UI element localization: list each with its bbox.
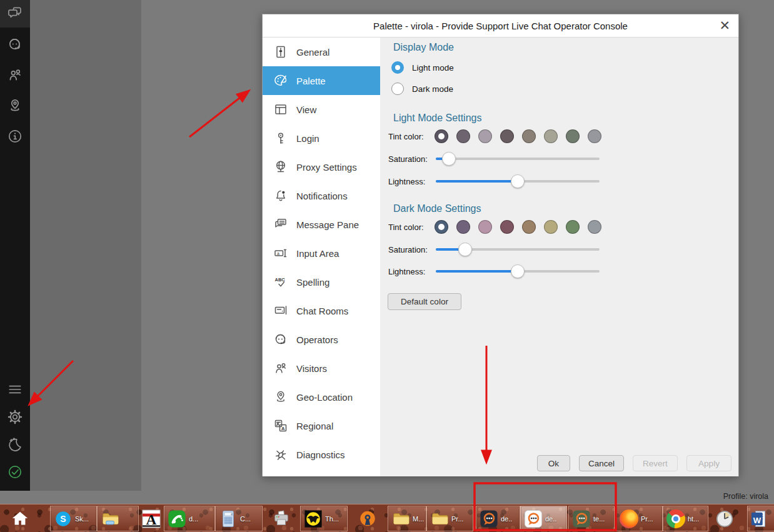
tint-swatch[interactable] [500,129,514,143]
nav-item-regional[interactable]: ARegional [263,411,380,440]
dialog-title: Palette - virola - Provide Support Live … [373,21,628,31]
chrome-icon [666,509,685,528]
taskbar-item-virola-dark[interactable]: de.. [476,506,520,531]
word-icon: W [751,509,770,528]
taskbar-item-virola-white[interactable]: de.. [520,506,567,531]
taskbar-item-explorer[interactable] [97,506,139,531]
tint-swatch[interactable] [566,220,580,234]
dark-tint-label: Tint color: [388,223,424,232]
nav-item-message-pane[interactable]: Message Pane [263,210,380,239]
firefox-icon [620,509,638,528]
ok-button[interactable]: Ok [537,455,570,471]
svg-text:W: W [753,515,761,524]
tint-swatch[interactable] [456,129,470,143]
apply-button: Apply [686,455,731,471]
nav-item-geo-location[interactable]: Geo-Location [263,383,380,411]
nav-item-label: Diagnostics [296,449,345,460]
nav-item-chat-rooms[interactable]: Chat Rooms [263,296,380,325]
taskbar-item-label: Pr... [451,515,464,523]
tint-swatch[interactable] [522,129,536,143]
svg-text:a: a [277,251,279,256]
taskbar-item-home[interactable] [4,506,36,531]
tint-swatch[interactable] [566,129,580,143]
tint-swatch[interactable] [544,220,558,234]
nav-item-login[interactable]: Login [263,124,380,153]
light-mode-radio-row[interactable]: Light mode [391,61,454,74]
operator-icon[interactable] [0,31,30,58]
nav-item-label: Regional [296,421,333,431]
nav-item-view[interactable]: View [263,95,380,124]
taskbar-item-chrome[interactable]: ht... [663,506,708,531]
taskbar-item-label: C... [240,515,251,523]
geo-location-icon [273,389,288,404]
profile-label: Profile: virola [723,492,768,501]
letter-a-icon: A [142,509,161,528]
close-icon[interactable]: ✕ [719,18,730,34]
svg-text:ABC: ABC [275,277,286,283]
dark-mode-radio-row[interactable]: Dark mode [391,83,453,95]
slider-handle[interactable] [511,174,525,188]
nav-item-proxy[interactable]: Proxy Settings [263,153,380,181]
nav-item-diagnostics[interactable]: Diagnostics [263,440,380,469]
info-icon[interactable] [0,123,30,150]
taskbar-item-word[interactable]: W [747,506,774,531]
dark-mode-radio[interactable] [391,83,404,95]
dark-saturation-slider[interactable] [436,243,600,256]
slider-handle[interactable] [442,152,456,166]
tint-swatch-selected[interactable] [435,129,448,143]
nav-item-notifications[interactable]: Notifications [263,181,380,210]
app-sidebar [0,0,30,491]
taskbar-item-firefox[interactable]: Pr... [616,506,663,531]
nav-item-visitors[interactable]: Visitors [263,354,380,383]
dark-mode-moon-icon[interactable] [0,431,30,458]
tint-swatch[interactable] [588,220,601,234]
tint-swatch[interactable] [588,129,601,143]
openvpn-icon [358,509,377,528]
dark-mode-radio-label: Dark mode [412,84,453,94]
nav-item-label: Proxy Settings [296,162,357,173]
taskbar-item-folder-m[interactable]: M... [388,506,426,531]
dark-lightness-slider[interactable] [436,264,600,278]
taskbar-item-clock[interactable] [708,506,741,531]
visitors-icon[interactable] [0,61,30,89]
spelling-icon: ABC [273,274,288,289]
taskbar-item-calculator[interactable]: 0C... [215,506,263,531]
tint-swatch[interactable] [500,220,514,234]
tint-swatch[interactable] [456,220,470,234]
settings-gear-icon[interactable] [0,403,30,431]
light-mode-radio[interactable] [391,61,404,74]
taskbar-item-virola-green[interactable]: te... [568,506,615,531]
chats-icon[interactable] [0,0,30,28]
taskbar-item-openvpn[interactable] [348,506,388,531]
menu-icon[interactable] [0,376,30,403]
tint-swatch[interactable] [478,220,492,234]
nav-item-palette[interactable]: Palette [263,66,380,95]
light-saturation-slider[interactable] [436,152,600,166]
nav-item-general[interactable]: General [263,38,380,66]
nav-item-spelling[interactable]: ABCSpelling [263,268,380,296]
nav-item-operators[interactable]: Operators [263,325,380,354]
tint-swatch[interactable] [522,220,536,234]
taskbar-item-label: te... [593,515,605,523]
taskbar-item-skype[interactable]: SSk... [50,506,97,531]
nav-item-input-area[interactable]: aInput Area [263,239,380,268]
tint-swatch[interactable] [544,129,558,143]
taskbar-item-printer[interactable] [263,506,300,531]
taskbar-item-the-bat[interactable]: Th... [300,506,348,531]
taskbar-item-folder-pr[interactable]: Pr... [426,506,473,531]
slider-handle[interactable] [511,264,525,278]
virola-white-icon [524,509,543,528]
light-lightness-slider[interactable] [436,174,600,188]
tint-swatch[interactable] [478,129,492,143]
nav-item-label: Login [296,133,319,144]
taskbar-item-green-app[interactable]: d... [164,506,215,531]
nav-item-label: General [296,47,329,58]
status-online-check-icon[interactable] [0,458,30,486]
taskbar-item-letter-a[interactable]: A [138,506,164,531]
cancel-button[interactable]: Cancel [579,455,624,471]
default-color-button[interactable]: Default color [388,293,461,310]
explorer-icon [101,509,119,528]
geo-location-icon[interactable] [0,92,30,119]
tint-swatch-selected[interactable] [435,220,448,234]
slider-handle[interactable] [458,243,472,256]
